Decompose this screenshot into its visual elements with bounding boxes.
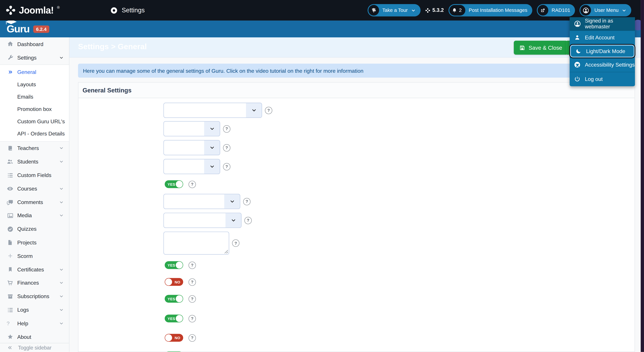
page-title-text: Settings xyxy=(122,6,145,14)
help-icon[interactable]: ? xyxy=(223,144,230,151)
power-icon xyxy=(574,76,580,82)
toggle-switch-on[interactable]: YES xyxy=(165,352,183,352)
help-icon[interactable]: ? xyxy=(188,334,196,342)
select-chevron-icon[interactable] xyxy=(226,213,241,228)
double-chevron-left-icon xyxy=(7,345,13,350)
archive-box-icon xyxy=(6,293,14,300)
help-icon[interactable]: ? xyxy=(265,106,272,114)
select-chevron-icon[interactable] xyxy=(204,122,220,136)
chevron-down-icon xyxy=(622,8,626,12)
sidebar-nav: Dashboard Settings General Layouts Email… xyxy=(0,37,70,352)
list-icon xyxy=(6,306,14,313)
menu-item-edit-account[interactable]: Edit Account xyxy=(570,30,635,44)
help-icon[interactable]: ? xyxy=(223,163,230,170)
toggle-switch-off[interactable]: NO xyxy=(165,278,183,286)
sidebar-item-layouts[interactable]: Layouts xyxy=(0,78,69,90)
toggle-switch-on[interactable]: YES xyxy=(165,315,183,322)
joomla-logo[interactable]: Joomla! ® xyxy=(5,5,59,16)
select-chevron-icon[interactable] xyxy=(204,140,220,155)
sidebar-item-comments[interactable]: Comments xyxy=(0,195,69,209)
textarea-field[interactable] xyxy=(164,232,229,254)
book-icon xyxy=(6,145,14,152)
sidebar-item-settings[interactable]: Settings xyxy=(0,51,69,64)
select-chevron-icon[interactable] xyxy=(224,194,240,208)
form-row: ? xyxy=(164,194,250,209)
toggle-knob xyxy=(165,334,172,341)
chevron-down-icon xyxy=(59,146,64,150)
help-icon[interactable]: ? xyxy=(188,315,196,322)
sidebar-item-courses[interactable]: Courses xyxy=(0,182,69,195)
toggle-switch-off[interactable]: NO xyxy=(165,334,183,342)
form-row: ? xyxy=(164,102,272,118)
sidebar-item-api-orders-details[interactable]: API - Orders Details xyxy=(0,128,69,140)
eye-icon xyxy=(6,185,14,192)
sidebar-item-emails[interactable]: Emails xyxy=(0,90,69,103)
wrench-icon xyxy=(6,54,14,61)
signed-in-text: Signed in as webmaster xyxy=(585,18,635,30)
form-row: ? xyxy=(164,121,230,136)
sidebar-item-projects[interactable]: Projects xyxy=(0,236,69,249)
sidebar-item-help[interactable]: ? Help xyxy=(0,317,69,330)
select-chevron-icon[interactable] xyxy=(204,159,220,174)
sidebar-item-students[interactable]: Students xyxy=(0,155,69,168)
admin-top-bar: Joomla! ® Settings Take a Tour xyxy=(0,0,641,20)
chevron-down-icon xyxy=(59,308,64,312)
messages-label: Post Installation Messages xyxy=(469,7,527,13)
help-icon[interactable]: ? xyxy=(188,180,196,188)
sidebar-item-logs[interactable]: Logs xyxy=(0,303,69,317)
sidebar-item-teachers[interactable]: Teachers xyxy=(0,142,69,155)
general-settings-card: General Settings ? ? ? ? YES ? ? ? xyxy=(78,82,635,352)
sidebar-item-dashboard[interactable]: Dashboard xyxy=(0,37,69,51)
sidebar-item-scorm[interactable]: Scorm xyxy=(0,249,69,263)
post-installation-messages-button[interactable]: 2 Post Installation Messages xyxy=(448,4,532,16)
toggle-switch-on[interactable]: YES xyxy=(165,261,183,269)
select-chevron-icon[interactable] xyxy=(246,103,262,118)
sidebar-item-certificates[interactable]: Certificates xyxy=(0,263,69,276)
cart-icon xyxy=(6,280,14,286)
menu-item-light-dark-mode[interactable]: Light/Dark Mode xyxy=(570,44,634,57)
take-a-tour-button[interactable]: Take a Tour xyxy=(368,4,420,16)
toggle-knob xyxy=(165,278,172,286)
guru-version-badge: 6.2.4 xyxy=(33,25,50,32)
sidebar-item-custom-guru-urls[interactable]: Custom Guru URL's xyxy=(0,115,69,128)
toggle-sidebar-button[interactable]: Toggle sidebar xyxy=(0,343,69,352)
star-icon xyxy=(6,334,14,340)
sidebar-item-general[interactable]: General xyxy=(0,66,69,78)
signed-in-header: Signed in as webmaster xyxy=(570,17,635,30)
select-field[interactable] xyxy=(164,140,220,155)
form-row: YES ? xyxy=(165,315,196,322)
user-menu-button[interactable]: User Menu xyxy=(580,4,631,16)
menu-item-log-out[interactable]: Log out xyxy=(570,72,635,86)
help-icon[interactable]: ? xyxy=(188,262,196,269)
sidebar-item-custom-fields[interactable]: Custom Fields xyxy=(0,168,69,182)
help-icon[interactable]: ? xyxy=(232,240,240,247)
sidebar-item-finances[interactable]: Finances xyxy=(0,276,69,290)
save-close-button[interactable]: Save & Close xyxy=(514,41,568,55)
sidebar-item-promotion-box[interactable]: Promotion box xyxy=(0,103,69,115)
sidebar-item-about[interactable]: About xyxy=(0,330,69,344)
menu-item-accessibility-settings[interactable]: Accessibility Settings xyxy=(570,57,635,72)
select-field[interactable] xyxy=(164,102,262,118)
toggle-switch-on[interactable]: YES xyxy=(165,180,183,188)
select-field[interactable] xyxy=(164,213,242,228)
save-close-label: Save & Close xyxy=(528,44,562,51)
file-icon xyxy=(6,240,14,246)
help-icon[interactable]: ? xyxy=(244,217,252,224)
select-field[interactable] xyxy=(164,194,240,209)
toggle-switch-on[interactable]: YES xyxy=(165,295,183,303)
help-icon[interactable]: ? xyxy=(188,295,196,302)
messages-count-badge: 2 xyxy=(459,7,462,13)
help-icon[interactable]: ? xyxy=(223,125,230,132)
form-row: NO ? xyxy=(165,334,196,342)
help-icon[interactable]: ? xyxy=(188,278,196,286)
guru-logo[interactable]: Guru xyxy=(6,23,29,35)
sidebar-item-media[interactable]: Media xyxy=(0,209,69,222)
sidebar-item-quizzes[interactable]: Quizzes xyxy=(0,222,69,236)
help-icon[interactable]: ? xyxy=(243,198,250,205)
select-field[interactable] xyxy=(164,159,220,174)
sidebar-item-subscriptions[interactable]: Subscriptions xyxy=(0,290,69,303)
select-field[interactable] xyxy=(164,121,220,136)
save-icon xyxy=(519,44,526,51)
preview-site-button[interactable]: RAD101 xyxy=(537,4,575,16)
plus-icon xyxy=(6,253,14,259)
